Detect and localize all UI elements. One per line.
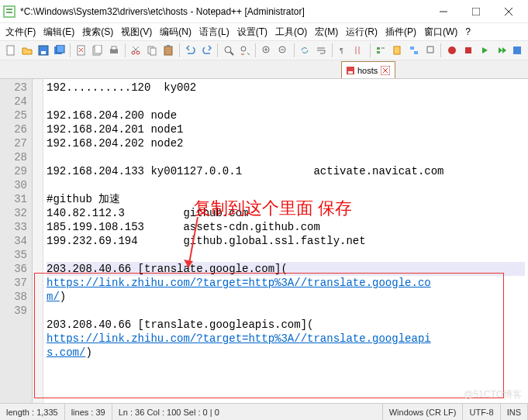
replace-icon[interactable]: [237, 43, 252, 58]
status-encoding: UTF-8: [463, 404, 500, 420]
macro-save-icon[interactable]: [510, 43, 525, 58]
status-insert: INS: [501, 404, 528, 420]
title-bar: *C:\Windows\System32\drivers\etc\hosts -…: [0, 0, 528, 23]
menu-plugins[interactable]: 插件(P): [383, 25, 419, 40]
wrap-icon[interactable]: [314, 43, 329, 58]
function-list-icon[interactable]: [374, 43, 388, 58]
open-file-icon[interactable]: [19, 43, 34, 58]
menu-bar: 文件(F) 编辑(E) 搜索(S) 视图(V) 编码(N) 语言(L) 设置(T…: [0, 23, 528, 40]
folder-tree-icon[interactable]: [406, 43, 421, 58]
svg-rect-45: [410, 46, 414, 50]
tab-close-icon[interactable]: [381, 66, 390, 75]
indent-guide-icon[interactable]: [352, 43, 367, 58]
svg-rect-17: [95, 45, 102, 53]
minimize-button[interactable]: [427, 0, 460, 23]
cut-icon[interactable]: [129, 43, 143, 58]
menu-window[interactable]: 窗口(W): [422, 25, 460, 40]
svg-rect-44: [394, 46, 400, 54]
macro-repeat-icon[interactable]: [494, 43, 509, 58]
close-file-icon[interactable]: [74, 43, 88, 58]
close-all-icon[interactable]: [91, 43, 105, 58]
print-icon[interactable]: [107, 43, 122, 58]
doc-map-icon[interactable]: [390, 43, 405, 58]
file-tab[interactable]: hosts: [341, 61, 395, 78]
close-button[interactable]: [492, 0, 525, 23]
menu-search[interactable]: 搜索(S): [80, 25, 116, 40]
code-area[interactable]: 192..........120 ky002192.168.204.200 no…: [43, 79, 528, 405]
show-chars-icon[interactable]: ¶: [336, 43, 350, 58]
paste-icon[interactable]: [161, 43, 176, 58]
menu-file[interactable]: 文件(F): [3, 25, 38, 40]
svg-rect-46: [414, 51, 418, 54]
undo-icon[interactable]: [183, 43, 198, 58]
svg-point-28: [225, 46, 231, 53]
menu-edit[interactable]: 编辑(E): [41, 25, 77, 40]
menu-run[interactable]: 运行(R): [343, 25, 380, 40]
save-all-icon[interactable]: [52, 43, 67, 58]
svg-rect-51: [348, 71, 353, 74]
macro-record-icon[interactable]: [444, 43, 459, 58]
menu-settings[interactable]: 设置(T): [235, 25, 270, 40]
window-title: *C:\Windows\System32\drivers\etc\hosts -…: [20, 6, 427, 17]
svg-rect-25: [150, 48, 156, 55]
svg-rect-26: [164, 46, 172, 55]
svg-rect-27: [167, 45, 170, 47]
app-icon: [3, 5, 16, 18]
menu-macro[interactable]: 宏(M): [312, 25, 340, 40]
svg-rect-49: [513, 46, 521, 54]
status-eol: Windows (CR LF): [383, 404, 464, 420]
svg-point-30: [241, 46, 246, 51]
status-lines: lines : 39: [65, 404, 112, 420]
zoom-out-icon[interactable]: [275, 43, 290, 58]
new-file-icon[interactable]: [3, 43, 18, 58]
save-icon[interactable]: [36, 43, 50, 58]
menu-help[interactable]: ?: [463, 26, 473, 38]
macro-play-icon[interactable]: [477, 43, 492, 58]
zoom-in-icon[interactable]: [259, 43, 274, 58]
menu-tools[interactable]: 工具(O): [273, 25, 309, 40]
status-position: Ln : 36 Col : 100 Sel : 0 | 0: [112, 404, 383, 420]
svg-text:¶: ¶: [340, 46, 343, 54]
status-length: length : 1,335: [0, 404, 65, 420]
editor: 2324252627282930313233343536373839 192..…: [0, 79, 528, 405]
menu-language[interactable]: 语言(L): [197, 25, 232, 40]
svg-rect-12: [57, 45, 64, 53]
svg-rect-5: [472, 8, 480, 15]
svg-rect-3: [6, 12, 12, 13]
maximize-button[interactable]: [460, 0, 492, 23]
svg-rect-10: [41, 51, 46, 54]
find-icon[interactable]: [221, 43, 236, 58]
monitor-icon[interactable]: [423, 43, 437, 58]
menu-encoding[interactable]: 编码(N): [157, 25, 194, 40]
macro-stop-icon[interactable]: [461, 43, 475, 58]
svg-point-47: [448, 46, 456, 54]
redo-icon[interactable]: [199, 43, 214, 58]
svg-rect-19: [112, 46, 116, 50]
status-bar: length : 1,335 lines : 39 Ln : 36 Col : …: [0, 403, 528, 420]
menu-view[interactable]: 视图(V): [119, 25, 154, 40]
toolbar: ¶: [0, 40, 528, 60]
svg-rect-48: [465, 47, 471, 53]
copy-icon[interactable]: [145, 43, 160, 58]
svg-rect-2: [6, 9, 12, 10]
tab-label: hosts: [357, 66, 378, 75]
tab-modified-icon: [347, 67, 354, 74]
sync-icon[interactable]: [297, 43, 312, 58]
tab-bar: hosts: [0, 60, 528, 79]
svg-rect-41: [377, 47, 380, 50]
svg-rect-8: [7, 46, 14, 55]
line-gutter: 2324252627282930313233343536373839: [0, 79, 33, 405]
fold-margin: [33, 79, 43, 405]
svg-rect-42: [377, 51, 380, 53]
svg-line-29: [230, 52, 233, 55]
